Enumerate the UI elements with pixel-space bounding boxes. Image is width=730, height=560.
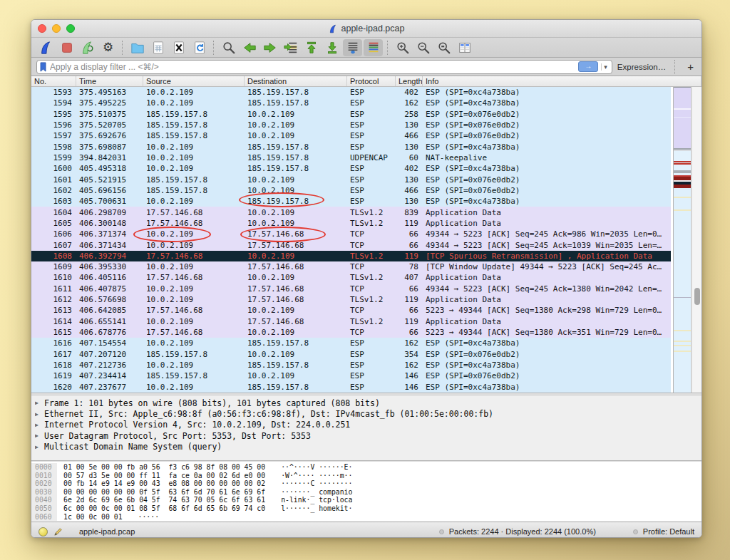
go-back-button[interactable] (240, 39, 259, 56)
display-filter-input[interactable]: Apply a display filter ... <⌘/> → ▾ (36, 60, 612, 74)
packet-1614-time: 406.655141 (76, 317, 143, 326)
column-header-length[interactable]: Length (396, 76, 423, 86)
column-header-time[interactable]: Time (76, 76, 143, 86)
zoom-window-button[interactable] (66, 24, 75, 33)
detail-line-4[interactable]: ▶Multicast Domain Name System (query) (35, 442, 701, 452)
go-forward-button[interactable] (260, 39, 279, 56)
packet-1614-len: 119 (396, 317, 423, 326)
packet-row-1610[interactable]: 1610406.40511617.57.146.6810.0.2.109TLSv… (31, 272, 671, 283)
packet-row-1603[interactable]: 1603405.70063110.0.2.109185.159.157.8ESP… (31, 196, 671, 207)
packet-row-1619[interactable]: 1619407.234414185.159.157.810.0.2.109ESP… (31, 370, 671, 381)
packet-1597-len: 466 (396, 131, 423, 140)
packet-row-1602[interactable]: 1602405.696156185.159.157.810.0.2.109ESP… (31, 185, 671, 196)
packet-row-1617[interactable]: 1617407.207120185.159.157.810.0.2.109ESP… (31, 349, 671, 360)
zoom-in-icon (396, 41, 410, 55)
packet-row-1613[interactable]: 1613406.64208517.57.146.6810.0.2.109TCP6… (31, 305, 671, 316)
filter-history-dropdown[interactable]: ▾ (601, 63, 610, 71)
go-to-packet-button[interactable] (281, 39, 300, 56)
packet-1619-info: ESP (SPI=0x076e0db2) (423, 371, 671, 380)
packet-row-1608[interactable]: 1608406.39279417.57.146.6810.0.2.109TLSv… (31, 251, 671, 261)
minimize-window-button[interactable] (52, 24, 61, 33)
auto-scroll-button[interactable] (343, 39, 362, 56)
packet-row-1611[interactable]: 1611406.40787510.0.2.10917.57.146.68TCP6… (31, 284, 671, 294)
scrollbar-thumb[interactable] (694, 288, 700, 305)
restart-capture-button[interactable] (78, 39, 97, 56)
capture-options-button[interactable]: ⚙ (98, 39, 118, 56)
packet-row-1616[interactable]: 1616407.15455410.0.2.109185.159.157.8ESP… (31, 338, 671, 348)
filter-separator (674, 60, 676, 74)
packet-row-1593[interactable]: 1593375.49516310.0.2.109185.159.157.8ESP… (31, 87, 671, 98)
packet-1597-no: 1597 (31, 131, 76, 140)
column-header-info[interactable]: Info (423, 76, 701, 86)
go-first-packet-button[interactable] (302, 39, 321, 56)
colorize-button[interactable] (364, 39, 383, 56)
packet-row-1604[interactable]: 1604406.29870917.57.146.6810.0.2.109TLSv… (31, 207, 671, 217)
packet-row-1605[interactable]: 1605406.30014817.57.146.6810.0.2.109TLSv… (31, 218, 671, 229)
column-header-destination[interactable]: Destination (245, 76, 347, 86)
disclosure-triangle-icon[interactable]: ▶ (35, 432, 44, 439)
hex-line-0050[interactable]: 00506c 00 00 0c 00 01 08 5f 68 6f 6d 65 … (31, 504, 701, 513)
expression-button[interactable]: Expression… (617, 63, 666, 71)
close-window-button[interactable] (38, 24, 46, 33)
stop-capture-button[interactable] (57, 39, 76, 56)
packet-row-1599[interactable]: 1599394.84203110.0.2.109185.159.157.8UDP… (31, 152, 671, 163)
expert-info-indicator-icon[interactable] (38, 527, 48, 536)
column-header-source[interactable]: Source (143, 76, 245, 86)
save-file-button[interactable] (148, 39, 168, 56)
detail-line-0[interactable]: ▶Frame 1: 101 bytes on wire (808 bits), … (35, 398, 701, 408)
column-header-no[interactable]: No. (31, 76, 76, 86)
packet-row-1612[interactable]: 1612406.57669810.0.2.10917.57.146.68TLSv… (31, 294, 671, 305)
resize-columns-button[interactable] (455, 39, 474, 56)
status-profile[interactable]: Profile: Default (633, 527, 694, 536)
disclosure-triangle-icon[interactable]: ▶ (35, 444, 44, 450)
packet-row-1601[interactable]: 1601405.521915185.159.157.810.0.2.109ESP… (31, 175, 671, 185)
packet-1611-no: 1611 (31, 284, 76, 294)
packet-row-1598[interactable]: 1598375.69808710.0.2.109185.159.157.8ESP… (31, 142, 671, 152)
go-last-packet-button[interactable] (322, 39, 341, 56)
hex-line-0010[interactable]: 001000 57 d3 5e 00 00 ff 11 fa ce 0a 00 … (31, 472, 701, 480)
find-packet-button[interactable] (219, 39, 238, 56)
packet-row-1595[interactable]: 1595375.510375185.159.157.810.0.2.109ESP… (31, 109, 671, 120)
packet-row-1618[interactable]: 1618407.21273610.0.2.109185.159.157.8ESP… (31, 360, 671, 370)
hex-line-0060[interactable]: 00601c 00 0c 00 01····· (31, 513, 701, 522)
column-header-protocol[interactable]: Protocol (347, 76, 396, 86)
packet-1597-src: 185.159.157.8 (143, 131, 245, 140)
disclosure-triangle-icon[interactable]: ▶ (35, 400, 44, 406)
intelligent-scrollbar-minimap[interactable] (673, 87, 692, 393)
zoom-out-button[interactable] (413, 39, 433, 56)
hex-bytes: 00 57 d3 5e 00 00 ff 11 fa ce 0a 00 02 6… (57, 472, 265, 480)
reload-file-button[interactable] (190, 39, 209, 56)
hex-line-0000[interactable]: 000001 00 5e 00 00 fb a0 56 f3 c6 98 8f … (31, 463, 701, 472)
main-toolbar: ⚙ (31, 38, 701, 58)
zoom-in-button[interactable] (393, 39, 412, 56)
open-file-button[interactable] (128, 39, 147, 56)
disclosure-triangle-icon[interactable]: ▶ (35, 422, 44, 428)
apply-filter-button[interactable]: → (578, 61, 598, 72)
packet-row-1596[interactable]: 1596375.520705185.159.157.810.0.2.109ESP… (31, 120, 671, 130)
close-file-button[interactable] (169, 39, 188, 56)
add-filter-button[interactable]: + (684, 61, 696, 73)
disclosure-triangle-icon[interactable]: ▶ (35, 411, 44, 418)
start-capture-button[interactable] (36, 39, 56, 56)
detail-line-2[interactable]: ▶Internet Protocol Version 4, Src: 10.0.… (35, 420, 701, 430)
packet-row-1614[interactable]: 1614406.65514110.0.2.10917.57.146.68TLSv… (31, 316, 671, 327)
hex-line-0030[interactable]: 003000 00 00 00 00 00 0f 5f 63 6f 6d 70 … (31, 488, 701, 497)
packet-row-1594[interactable]: 1594375.49522510.0.2.109185.159.157.8ESP… (31, 98, 671, 108)
packet-row-1607[interactable]: 1607406.37143410.0.2.10917.57.146.68TCP6… (31, 239, 671, 250)
packet-1611-info: 49344 → 5223 [ACK] Seq=245 Ack=1380 Win=… (423, 284, 671, 294)
packet-row-1600[interactable]: 1600405.49531810.0.2.109185.159.157.8ESP… (31, 163, 671, 174)
packet-row-1606[interactable]: 1606406.37137410.0.2.10917.57.146.68TCP6… (31, 229, 671, 239)
bookmark-icon[interactable] (39, 62, 47, 72)
packet-1609-dst: 17.57.146.68 (245, 262, 347, 271)
packet-row-1597[interactable]: 1597375.692676185.159.157.810.0.2.109ESP… (31, 130, 671, 141)
detail-line-3[interactable]: ▶User Datagram Protocol, Src Port: 5353,… (35, 430, 701, 441)
hex-line-0020[interactable]: 002000 fb 14 e9 14 e9 00 43 e8 08 00 00 … (31, 479, 701, 488)
capture-comment-pencil-icon[interactable] (53, 527, 63, 537)
packet-list-scrollbar[interactable] (692, 87, 701, 393)
packet-row-1609[interactable]: 1609406.39533010.0.2.10917.57.146.68TCP7… (31, 261, 671, 272)
packet-row-1615[interactable]: 1615406.67877617.57.146.6810.0.2.109TCP6… (31, 327, 671, 338)
detail-line-1[interactable]: ▶Ethernet II, Src: Apple_c6:98:8f (a0:56… (35, 408, 701, 419)
packet-row-1620[interactable]: 1620407.23767710.0.2.109185.159.157.8ESP… (31, 381, 671, 392)
zoom-original-button[interactable] (434, 39, 453, 56)
hex-line-0040[interactable]: 00406e 2d 6c 69 6e 6b 04 5f 74 63 70 05 … (31, 496, 701, 504)
